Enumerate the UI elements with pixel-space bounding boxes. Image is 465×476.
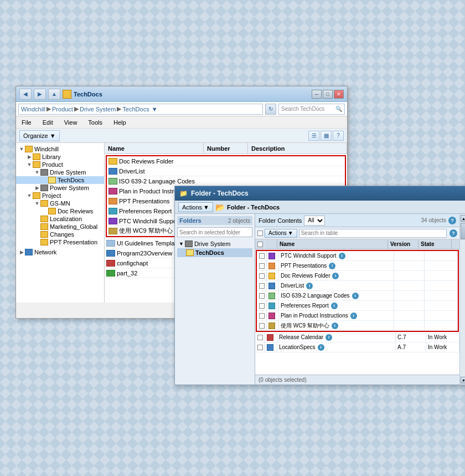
col-desc[interactable]: Description xyxy=(248,143,347,153)
menu-edit[interactable]: Edit xyxy=(40,118,55,127)
menu-view[interactable]: View xyxy=(62,118,80,127)
wc-col-version[interactable]: Version xyxy=(388,239,418,249)
wc-table-row[interactable]: Doc Reviews Folder i xyxy=(257,271,458,281)
folder-icon xyxy=(268,273,275,279)
tree-item-product[interactable]: ▼ Product xyxy=(16,161,104,168)
scroll-up-btn[interactable]: ▲ xyxy=(461,215,466,222)
tree-item-drivesystem[interactable]: ▼ Drive System xyxy=(16,168,104,176)
row-info-icon[interactable]: i xyxy=(339,253,345,259)
wc-actions-btn[interactable]: Actions ▼ xyxy=(265,229,297,238)
wc-filter-select[interactable]: All xyxy=(304,216,325,226)
col-number[interactable]: Number xyxy=(204,143,248,153)
row-info-icon[interactable]: i xyxy=(331,303,338,309)
wc-col-state[interactable]: State xyxy=(418,239,452,249)
back-btn[interactable]: ◀ xyxy=(19,89,32,100)
expand-icon: ▶ xyxy=(26,153,33,160)
wc-row-checkbox[interactable] xyxy=(257,311,267,320)
row-info-icon[interactable]: i xyxy=(350,313,357,319)
wc-row-checkbox[interactable] xyxy=(257,291,267,300)
forward-btn[interactable]: ▶ xyxy=(34,89,46,100)
wc-row-checkbox[interactable] xyxy=(257,321,267,330)
wc-table-row[interactable]: PTC Windchill Support i xyxy=(257,251,458,261)
wc-row-checkbox[interactable] xyxy=(255,342,265,352)
file-item[interactable]: Doc Reviews Folder xyxy=(107,156,345,166)
wc-row-checkbox[interactable] xyxy=(257,281,267,290)
menu-tools[interactable]: Tools xyxy=(86,118,105,127)
wc-table-row[interactable]: Release Calendar i C.7 In Work xyxy=(255,332,459,342)
wc-table-row[interactable]: PPT Presentations i xyxy=(257,261,458,271)
row-info-icon[interactable]: i xyxy=(352,293,359,299)
wc-table-row[interactable]: Plan in Product Instructions i xyxy=(257,311,458,321)
minimize-btn[interactable]: ─ xyxy=(312,90,322,99)
col-name[interactable]: Name xyxy=(105,143,204,153)
tree-item-changes[interactable]: Changes xyxy=(16,231,104,238)
wc-table-row[interactable]: DriverList i xyxy=(257,281,458,291)
up-btn[interactable]: ▲ xyxy=(48,89,60,100)
wc-header-checkbox[interactable] xyxy=(255,239,265,249)
wc-row-name[interactable]: LocationSpecs i xyxy=(277,342,396,352)
wc-row-name[interactable]: PTC Windchill Support i xyxy=(279,251,394,260)
row-info-icon[interactable]: i xyxy=(332,323,338,329)
wc-row-checkbox[interactable] xyxy=(255,332,265,342)
tree-item-ppt[interactable]: PPT Presentation xyxy=(16,238,104,246)
tree-item-techdocs[interactable]: TechDocs xyxy=(16,176,104,184)
file-item[interactable]: DriverList xyxy=(107,166,345,176)
scroll-down-btn[interactable]: ▼ xyxy=(461,377,466,383)
wc-table-search[interactable] xyxy=(299,229,447,238)
organize-button[interactable]: Organize ▼ xyxy=(19,130,60,141)
row-info-icon[interactable]: i xyxy=(318,344,324,351)
wc-row-name[interactable]: DriverList i xyxy=(279,281,394,290)
wc-row-checkbox[interactable] xyxy=(257,271,267,280)
tree-item-docreviews[interactable]: Doc Reviews xyxy=(16,207,104,215)
wc-search-info-icon[interactable]: ? xyxy=(450,229,457,237)
tree-item-project[interactable]: ▼ Project xyxy=(16,192,104,199)
info-icon[interactable]: ? xyxy=(448,217,456,224)
wc-row-name[interactable]: Preferences Report i xyxy=(279,301,394,310)
tree-item-powersystem[interactable]: ▶ Power System xyxy=(16,184,104,192)
tree-item-windchill[interactable]: ▼ Windchill xyxy=(16,145,104,153)
details-view-btn[interactable]: ☰ xyxy=(308,131,319,141)
wc-row-checkbox[interactable] xyxy=(257,301,267,310)
wc-tree-item-drivesystem[interactable]: ▼ Drive System xyxy=(177,239,252,248)
help-btn[interactable]: ? xyxy=(333,131,344,141)
scrollbar-vertical[interactable]: ▲ ▼ xyxy=(459,214,465,385)
tiles-view-btn[interactable]: ▦ xyxy=(321,131,332,141)
wc-row-name[interactable]: Plan in Product Instructions i xyxy=(279,311,394,320)
wc-table-row[interactable]: ISO 639-2 Language Codes i xyxy=(257,291,458,301)
tree-item-localization[interactable]: Localization xyxy=(16,215,104,223)
search-icon[interactable]: 🔍 xyxy=(335,106,342,112)
breadcrumb-dropdown[interactable]: ▼ xyxy=(152,106,158,112)
wc-table-row[interactable]: 使用 WC9 幫助中心 i xyxy=(257,321,458,331)
scroll-thumb[interactable] xyxy=(461,223,466,239)
wc-search-input[interactable] xyxy=(177,227,252,237)
tree-item-network[interactable]: ▶ Network xyxy=(16,248,104,256)
actions-button[interactable]: Actions ▼ xyxy=(178,202,213,212)
wc-col-name[interactable]: Name xyxy=(277,239,388,249)
wc-row-checkbox[interactable] xyxy=(257,251,267,260)
maximize-btn[interactable]: □ xyxy=(323,90,333,99)
wc-tree-item-techdocs[interactable]: TechDocs xyxy=(177,248,252,257)
wc-row-name[interactable]: Release Calendar i xyxy=(277,332,396,342)
wc-table-row[interactable]: Preferences Report i xyxy=(257,301,458,311)
wc-row-name[interactable]: PPT Presentations i xyxy=(279,261,394,270)
wc-row-checkbox[interactable] xyxy=(257,261,267,270)
menu-help[interactable]: Help xyxy=(111,118,128,127)
row-info-icon[interactable]: i xyxy=(306,283,313,289)
wc-row-name[interactable]: 使用 WC9 幫助中心 i xyxy=(279,321,394,330)
row-info-icon[interactable]: i xyxy=(332,273,339,279)
row-info-icon[interactable]: i xyxy=(326,334,332,341)
refresh-btn[interactable]: ↻ xyxy=(265,104,276,115)
wc-row-icon-cell xyxy=(267,311,279,320)
tree-item-gsmn[interactable]: ▼ GS-MN xyxy=(16,199,104,207)
wc-table-row[interactable]: LocationSpecs i A.7 In Work xyxy=(255,342,459,352)
file-item[interactable]: ISO 639-2 Language Codes xyxy=(107,176,345,186)
doc-icon xyxy=(268,283,275,289)
breadcrumb[interactable]: Windchill ▶ Product ▶ Drive System ▶ Tec… xyxy=(18,104,263,115)
close-btn[interactable]: ✕ xyxy=(334,90,344,99)
tree-item-marketing[interactable]: Marketing_Global xyxy=(16,223,104,231)
tree-item-library[interactable]: ▶ Library xyxy=(16,153,104,161)
row-info-icon[interactable]: i xyxy=(329,263,335,269)
wc-row-name[interactable]: Doc Reviews Folder i xyxy=(279,271,394,280)
menu-file[interactable]: File xyxy=(19,118,34,127)
wc-row-name[interactable]: ISO 639-2 Language Codes i xyxy=(279,291,394,300)
